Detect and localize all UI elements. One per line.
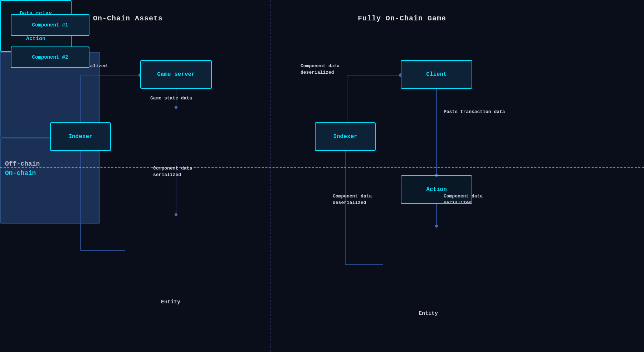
action-right-box: Action	[401, 175, 472, 204]
game-server-box: Game server	[140, 60, 212, 89]
offchain-label: Off-chain	[5, 160, 40, 167]
onchain-label: On-chain	[5, 170, 36, 177]
label-component-deserialized-right-top: Component datadeserialized	[301, 63, 340, 76]
horizontal-divider	[0, 167, 644, 168]
left-title: On-Chain Assets	[93, 14, 163, 23]
component2-right: Component #2	[11, 47, 89, 68]
entity-label-right: Entity	[419, 311, 438, 317]
client-box: Client	[401, 60, 472, 89]
label-posts-transaction: Posts transaction data	[444, 109, 505, 115]
indexer-left: Indexer	[50, 122, 111, 151]
diagram-container: On-Chain Assets Fully On-Chain Game Off-…	[0, 0, 644, 352]
svg-point-6	[175, 213, 177, 216]
component1-right: Component #1	[11, 14, 89, 36]
vertical-divider	[270, 0, 271, 352]
svg-point-15	[435, 225, 438, 228]
indexer-right: Indexer	[315, 122, 376, 151]
svg-point-4	[175, 106, 177, 109]
label-component-serialized-left: Component dataserialized	[153, 165, 192, 178]
label-component-deserialized-right-bottom: Component datadeserialized	[333, 193, 372, 206]
entity-label-left: Entity	[161, 299, 180, 305]
right-title: Fully On-Chain Game	[358, 14, 446, 23]
label-game-state: Game state data	[150, 95, 192, 102]
